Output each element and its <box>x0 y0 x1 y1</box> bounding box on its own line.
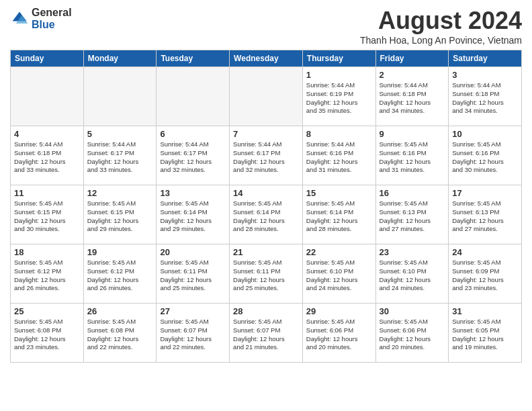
day-number: 18 <box>14 247 80 257</box>
calendar-cell: 23Sunrise: 5:45 AMSunset: 6:10 PMDayligh… <box>375 244 449 304</box>
calendar-cell: 30Sunrise: 5:45 AMSunset: 6:06 PMDayligh… <box>375 304 449 363</box>
cell-info: Sunrise: 5:45 AMSunset: 6:12 PMDaylight:… <box>14 259 80 293</box>
cell-info: Sunrise: 5:44 AMSunset: 6:18 PMDaylight:… <box>452 81 518 116</box>
day-number: 28 <box>233 306 299 316</box>
day-number: 1 <box>306 70 372 80</box>
location-text: Thanh Hoa, Long An Povince, Vietnam <box>360 35 522 46</box>
cell-info: Sunrise: 5:45 AMSunset: 6:11 PMDaylight:… <box>160 259 226 293</box>
calendar-cell: 14Sunrise: 5:45 AMSunset: 6:14 PMDayligh… <box>230 185 303 244</box>
day-number: 21 <box>233 247 299 257</box>
cell-info: Sunrise: 5:45 AMSunset: 6:12 PMDaylight:… <box>87 259 153 293</box>
day-number: 16 <box>380 188 445 198</box>
cell-info: Sunrise: 5:45 AMSunset: 6:05 PMDaylight:… <box>452 318 518 352</box>
calendar-cell: 3Sunrise: 5:44 AMSunset: 6:18 PMDaylight… <box>449 67 522 126</box>
calendar-cell: 6Sunrise: 5:44 AMSunset: 6:17 PMDaylight… <box>157 126 230 185</box>
cell-info: Sunrise: 5:45 AMSunset: 6:10 PMDaylight:… <box>380 259 445 293</box>
day-number: 7 <box>233 129 299 139</box>
calendar-cell: 26Sunrise: 5:45 AMSunset: 6:08 PMDayligh… <box>83 304 157 363</box>
cell-info: Sunrise: 5:45 AMSunset: 6:15 PMDaylight:… <box>14 199 80 234</box>
calendar-cell <box>157 67 230 126</box>
calendar-cell: 4Sunrise: 5:44 AMSunset: 6:18 PMDaylight… <box>11 126 84 185</box>
weekday-header-monday: Monday <box>83 50 157 67</box>
day-number: 8 <box>306 129 372 139</box>
day-number: 4 <box>14 129 80 139</box>
cell-info: Sunrise: 5:44 AMSunset: 6:18 PMDaylight:… <box>380 81 445 116</box>
cell-info: Sunrise: 5:45 AMSunset: 6:14 PMDaylight:… <box>160 199 226 234</box>
day-number: 23 <box>380 247 445 257</box>
cell-info: Sunrise: 5:44 AMSunset: 6:19 PMDaylight:… <box>306 81 372 116</box>
weekday-header-saturday: Saturday <box>449 50 522 67</box>
weekday-header-friday: Friday <box>375 50 449 67</box>
day-number: 12 <box>87 188 153 198</box>
day-number: 5 <box>87 129 153 139</box>
calendar-cell: 31Sunrise: 5:45 AMSunset: 6:05 PMDayligh… <box>449 304 522 363</box>
weekday-header-wednesday: Wednesday <box>230 50 303 67</box>
cell-info: Sunrise: 5:45 AMSunset: 6:16 PMDaylight:… <box>452 140 518 175</box>
cell-info: Sunrise: 5:44 AMSunset: 6:17 PMDaylight:… <box>233 140 299 175</box>
calendar-cell: 2Sunrise: 5:44 AMSunset: 6:18 PMDaylight… <box>375 67 449 126</box>
calendar-cell: 7Sunrise: 5:44 AMSunset: 6:17 PMDaylight… <box>230 126 303 185</box>
calendar-cell: 22Sunrise: 5:45 AMSunset: 6:10 PMDayligh… <box>302 244 375 304</box>
calendar-week-row: 25Sunrise: 5:45 AMSunset: 6:08 PMDayligh… <box>11 304 522 363</box>
calendar-week-row: 18Sunrise: 5:45 AMSunset: 6:12 PMDayligh… <box>11 244 522 304</box>
calendar-week-row: 4Sunrise: 5:44 AMSunset: 6:18 PMDaylight… <box>11 126 522 185</box>
day-number: 6 <box>160 129 226 139</box>
cell-info: Sunrise: 5:45 AMSunset: 6:11 PMDaylight:… <box>233 259 299 293</box>
day-number: 13 <box>160 188 226 198</box>
calendar-cell: 24Sunrise: 5:45 AMSunset: 6:09 PMDayligh… <box>449 244 522 304</box>
cell-info: Sunrise: 5:45 AMSunset: 6:14 PMDaylight:… <box>306 199 372 234</box>
calendar-week-row: 11Sunrise: 5:45 AMSunset: 6:15 PMDayligh… <box>11 185 522 244</box>
cell-info: Sunrise: 5:45 AMSunset: 6:07 PMDaylight:… <box>233 318 299 352</box>
cell-info: Sunrise: 5:45 AMSunset: 6:14 PMDaylight:… <box>233 199 299 234</box>
calendar-cell: 20Sunrise: 5:45 AMSunset: 6:11 PMDayligh… <box>157 244 230 304</box>
calendar-cell: 16Sunrise: 5:45 AMSunset: 6:13 PMDayligh… <box>375 185 449 244</box>
calendar-cell: 28Sunrise: 5:45 AMSunset: 6:07 PMDayligh… <box>230 304 303 363</box>
title-area: August 2024 Thanh Hoa, Long An Povince, … <box>360 7 522 46</box>
calendar-cell: 15Sunrise: 5:45 AMSunset: 6:14 PMDayligh… <box>302 185 375 244</box>
calendar-cell: 10Sunrise: 5:45 AMSunset: 6:16 PMDayligh… <box>449 126 522 185</box>
calendar-cell: 17Sunrise: 5:45 AMSunset: 6:13 PMDayligh… <box>449 185 522 244</box>
day-number: 20 <box>160 247 226 257</box>
calendar-cell: 27Sunrise: 5:45 AMSunset: 6:07 PMDayligh… <box>157 304 230 363</box>
cell-info: Sunrise: 5:45 AMSunset: 6:15 PMDaylight:… <box>87 199 153 234</box>
weekday-header-row: SundayMondayTuesdayWednesdayThursdayFrid… <box>11 50 522 67</box>
calendar-cell: 5Sunrise: 5:44 AMSunset: 6:17 PMDaylight… <box>83 126 157 185</box>
page-header: General Blue August 2024 Thanh Hoa, Long… <box>10 7 522 46</box>
calendar-cell: 11Sunrise: 5:45 AMSunset: 6:15 PMDayligh… <box>11 185 84 244</box>
weekday-header-tuesday: Tuesday <box>157 50 230 67</box>
day-number: 15 <box>306 188 372 198</box>
cell-info: Sunrise: 5:44 AMSunset: 6:18 PMDaylight:… <box>14 140 80 175</box>
day-number: 2 <box>380 70 445 80</box>
day-number: 11 <box>14 188 80 198</box>
day-number: 25 <box>14 306 80 316</box>
cell-info: Sunrise: 5:45 AMSunset: 6:07 PMDaylight:… <box>160 318 226 352</box>
logo-text: General Blue <box>32 7 72 30</box>
day-number: 3 <box>452 70 518 80</box>
logo: General Blue <box>10 7 72 30</box>
calendar-cell <box>11 67 84 126</box>
calendar-cell <box>83 67 157 126</box>
cell-info: Sunrise: 5:45 AMSunset: 6:06 PMDaylight:… <box>306 318 372 352</box>
cell-info: Sunrise: 5:45 AMSunset: 6:16 PMDaylight:… <box>380 140 445 175</box>
calendar-cell: 1Sunrise: 5:44 AMSunset: 6:19 PMDaylight… <box>302 67 375 126</box>
calendar-cell: 21Sunrise: 5:45 AMSunset: 6:11 PMDayligh… <box>230 244 303 304</box>
cell-info: Sunrise: 5:45 AMSunset: 6:13 PMDaylight:… <box>380 199 445 234</box>
day-number: 31 <box>452 306 518 316</box>
cell-info: Sunrise: 5:44 AMSunset: 6:16 PMDaylight:… <box>306 140 372 175</box>
cell-info: Sunrise: 5:45 AMSunset: 6:08 PMDaylight:… <box>87 318 153 352</box>
weekday-header-sunday: Sunday <box>11 50 84 67</box>
day-number: 24 <box>452 247 518 257</box>
day-number: 10 <box>452 129 518 139</box>
day-number: 19 <box>87 247 153 257</box>
calendar-cell: 29Sunrise: 5:45 AMSunset: 6:06 PMDayligh… <box>302 304 375 363</box>
calendar-table: SundayMondayTuesdayWednesdayThursdayFrid… <box>10 50 522 363</box>
calendar-cell: 9Sunrise: 5:45 AMSunset: 6:16 PMDaylight… <box>375 126 449 185</box>
day-number: 29 <box>306 306 372 316</box>
calendar-week-row: 1Sunrise: 5:44 AMSunset: 6:19 PMDaylight… <box>11 67 522 126</box>
logo-icon <box>10 9 29 28</box>
cell-info: Sunrise: 5:45 AMSunset: 6:13 PMDaylight:… <box>452 199 518 234</box>
day-number: 27 <box>160 306 226 316</box>
calendar-cell: 12Sunrise: 5:45 AMSunset: 6:15 PMDayligh… <box>83 185 157 244</box>
day-number: 14 <box>233 188 299 198</box>
day-number: 22 <box>306 247 372 257</box>
